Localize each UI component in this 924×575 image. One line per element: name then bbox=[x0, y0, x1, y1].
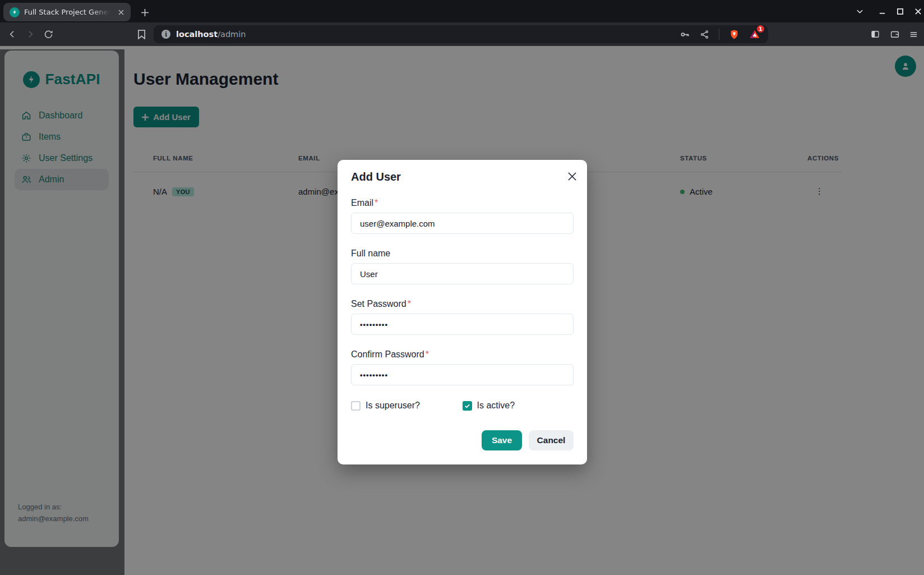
menu-hamburger-icon[interactable] bbox=[905, 26, 921, 42]
tab-title: Full Stack Project Genera bbox=[24, 8, 112, 16]
bookmark-icon[interactable] bbox=[133, 26, 149, 42]
modal-close-icon[interactable] bbox=[563, 167, 581, 185]
checkbox-unchecked-icon[interactable] bbox=[351, 401, 361, 411]
browser-tab[interactable]: Full Stack Project Genera bbox=[3, 3, 131, 21]
confirm-password-field[interactable] bbox=[351, 364, 574, 385]
is-superuser-label: Is superuser? bbox=[366, 401, 420, 411]
url-path: /admin bbox=[218, 30, 246, 39]
title-bar: Full Stack Project Genera bbox=[0, 0, 924, 22]
confirm-password-label: Confirm Password* bbox=[351, 349, 574, 360]
password-field[interactable] bbox=[351, 314, 574, 335]
window-minimize-button[interactable] bbox=[875, 0, 889, 22]
site-info-icon[interactable]: i bbox=[161, 30, 170, 39]
checkbox-row: Is superuser? Is active? bbox=[351, 401, 574, 411]
rewards-badge: 1 bbox=[757, 25, 764, 33]
password-label-text: Set Password bbox=[351, 299, 406, 309]
toolbar-divider bbox=[719, 29, 719, 40]
password-label: Set Password* bbox=[351, 299, 574, 309]
fullname-label-text: Full name bbox=[351, 249, 390, 258]
back-button[interactable] bbox=[4, 26, 20, 42]
window-maximize-button[interactable] bbox=[893, 0, 907, 22]
tab-search-chevron-icon[interactable] bbox=[852, 0, 867, 22]
sidebar-toggle-icon[interactable] bbox=[867, 26, 883, 42]
wallet-icon[interactable] bbox=[887, 26, 903, 42]
save-button[interactable]: Save bbox=[482, 430, 522, 450]
address-bar[interactable]: i localhost/admin 1 bbox=[154, 25, 768, 43]
web-page: FastAPI Dashboard Items User Settings bbox=[0, 46, 924, 575]
password-key-icon[interactable] bbox=[680, 29, 690, 40]
share-icon[interactable] bbox=[700, 30, 709, 39]
brave-shield-icon[interactable] bbox=[729, 29, 740, 40]
browser-toolbar: i localhost/admin 1 bbox=[0, 22, 924, 46]
fullname-field-group: Full name bbox=[351, 249, 574, 284]
is-superuser-checkbox[interactable]: Is superuser? bbox=[351, 401, 463, 411]
url-text: localhost/admin bbox=[176, 30, 246, 39]
new-tab-button[interactable] bbox=[137, 4, 153, 20]
required-asterisk: * bbox=[426, 349, 429, 359]
email-label-text: Email bbox=[351, 198, 373, 208]
url-host: localhost bbox=[176, 30, 218, 39]
confirm-password-label-text: Confirm Password bbox=[351, 349, 424, 359]
fullname-label: Full name bbox=[351, 249, 574, 259]
required-asterisk: * bbox=[408, 299, 411, 309]
cancel-button[interactable]: Cancel bbox=[529, 430, 574, 450]
forward-button[interactable] bbox=[22, 26, 38, 42]
checkbox-checked-icon[interactable] bbox=[463, 401, 472, 411]
brave-rewards-icon[interactable]: 1 bbox=[749, 29, 760, 40]
email-label: Email* bbox=[351, 198, 574, 208]
fullname-field[interactable] bbox=[351, 263, 574, 284]
reload-button[interactable] bbox=[40, 26, 56, 42]
modal-actions: Save Cancel bbox=[351, 430, 574, 450]
tab-close-icon[interactable] bbox=[116, 7, 126, 17]
email-field[interactable] bbox=[351, 213, 574, 234]
browser-chrome: Full Stack Project Genera bbox=[0, 0, 924, 46]
password-field-group: Set Password* bbox=[351, 299, 574, 335]
required-asterisk: * bbox=[375, 198, 378, 208]
confirm-password-field-group: Confirm Password* bbox=[351, 349, 574, 385]
is-active-checkbox[interactable]: Is active? bbox=[463, 401, 574, 411]
add-user-modal: Add User Email* Full name Set Password* … bbox=[338, 160, 587, 464]
window-close-button[interactable] bbox=[911, 0, 924, 22]
modal-title: Add User bbox=[351, 171, 574, 183]
fastapi-favicon-icon bbox=[10, 7, 20, 17]
is-active-label: Is active? bbox=[477, 401, 515, 411]
email-field-group: Email* bbox=[351, 198, 574, 234]
